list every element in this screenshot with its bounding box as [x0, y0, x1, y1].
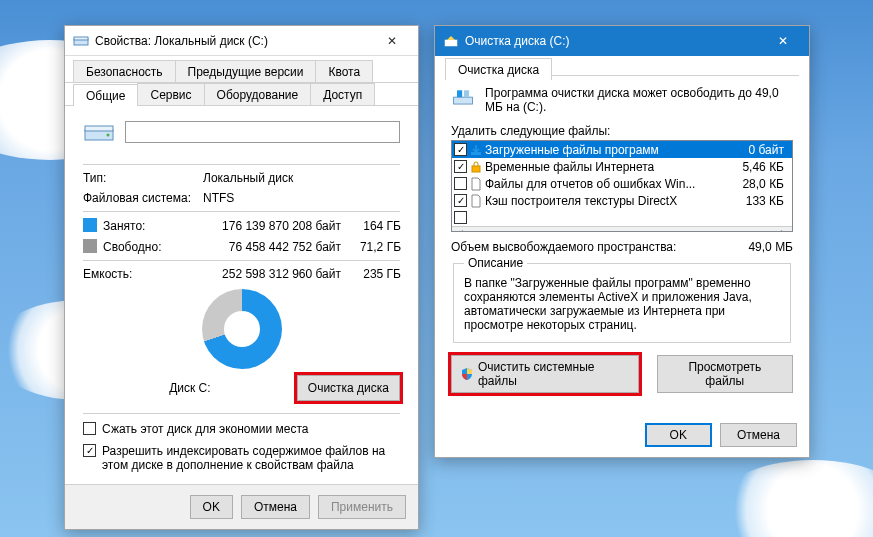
hscrollbar[interactable]: ◄ ► — [452, 226, 792, 232]
cleanup-tabs: Очистка диска — [435, 56, 809, 76]
list-item-name: Загруженные файлы программ — [485, 143, 728, 157]
file-list[interactable]: ✓Загруженные файлы программ0 байт✓Времен… — [451, 140, 793, 232]
description-legend: Описание — [464, 256, 527, 270]
value-cap-gb: 235 ГБ — [341, 267, 401, 281]
tab-service[interactable]: Сервис — [137, 83, 204, 105]
cleanup-button-row: OK Отмена — [435, 405, 809, 457]
tab-previous-versions[interactable]: Предыдущие версии — [175, 60, 317, 82]
download-icon — [469, 143, 483, 157]
index-label: Разрешить индексировать содержимое файло… — [102, 444, 400, 472]
label-free: Свободно: — [83, 239, 191, 254]
list-checkbox[interactable] — [454, 177, 467, 190]
list-item-name: Временные файлы Интернета — [485, 160, 728, 174]
tab-access[interactable]: Доступ — [310, 83, 375, 105]
cleanup-system-files-label: Очистить системные файлы — [478, 360, 630, 388]
svg-rect-5 — [445, 40, 457, 46]
ok-button[interactable]: OK — [190, 495, 233, 519]
list-item-size: 28,0 КБ — [730, 177, 790, 191]
tab-disk-cleanup[interactable]: Очистка диска — [445, 58, 552, 80]
list-item[interactable]: Файлы для отчетов об ошибках Win...28,0 … — [452, 175, 792, 192]
value-cap-bytes: 252 598 312 960 байт — [191, 267, 341, 281]
svg-rect-7 — [457, 90, 462, 97]
cleanup-body: Программа очистки диска может освободить… — [435, 76, 809, 405]
cancel-button[interactable]: Отмена — [241, 495, 310, 519]
svg-rect-3 — [85, 126, 113, 131]
file-icon — [469, 194, 483, 208]
close-icon[interactable]: ✕ — [765, 28, 801, 54]
cleanup-system-files-button[interactable]: Очистить системные файлы — [451, 355, 639, 393]
index-checkbox-row[interactable]: ✓ Разрешить индексировать содержимое фай… — [83, 444, 400, 472]
value-free-gb: 71,2 ГБ — [341, 240, 401, 254]
svg-rect-1 — [74, 37, 88, 40]
label-diskc: Диск C: — [83, 381, 297, 395]
value-used-gb: 164 ГБ — [341, 219, 401, 233]
volume-name-input[interactable] — [125, 121, 400, 143]
tab-general[interactable]: Общие — [73, 84, 138, 106]
properties-button-row: OK Отмена Применить — [65, 484, 418, 529]
cleanup-window-title: Очистка диска (C:) — [465, 34, 765, 48]
list-item-size: 5,46 КБ — [730, 160, 790, 174]
label-capacity: Емкость: — [83, 267, 191, 281]
compress-checkbox[interactable] — [83, 422, 96, 435]
compress-checkbox-row[interactable]: Сжать этот диск для экономии места — [83, 422, 400, 436]
value-fs: NTFS — [203, 191, 400, 205]
cleanup-intro-text: Программа очистки диска может освободить… — [485, 86, 793, 114]
tab-security[interactable]: Безопасность — [73, 60, 176, 82]
svg-point-4 — [107, 134, 110, 137]
file-icon — [469, 177, 483, 191]
properties-titlebar[interactable]: Свойства: Локальный диск (C:) ✕ — [65, 26, 418, 56]
properties-window: Свойства: Локальный диск (C:) ✕ Безопасн… — [64, 25, 419, 530]
drive-icon — [73, 33, 89, 49]
apply-button[interactable]: Применить — [318, 495, 406, 519]
value-type: Локальный диск — [203, 171, 400, 185]
cleanup-titlebar[interactable]: Очистка диска (C:) ✕ — [435, 26, 809, 56]
scroll-left-icon[interactable]: ◄ — [452, 227, 468, 232]
tab-row-top: Безопасность Предыдущие версии Квота — [65, 56, 418, 83]
list-checkbox[interactable]: ✓ — [454, 160, 467, 173]
disk-cleanup-window: Очистка диска (C:) ✕ Очистка диска Прогр… — [434, 25, 810, 458]
list-item-name: Файлы для отчетов об ошибках Win... — [485, 177, 728, 191]
delete-files-label: Удалить следующие файлы: — [451, 124, 793, 138]
drive-large-icon — [83, 118, 115, 146]
tab-hardware[interactable]: Оборудование — [204, 83, 312, 105]
tab-row-bottom: Общие Сервис Оборудование Доступ — [65, 83, 418, 106]
label-type: Тип: — [83, 171, 203, 185]
properties-body: Тип: Локальный диск Файловая система: NT… — [65, 106, 418, 484]
cancel-button[interactable]: Отмена — [720, 423, 797, 447]
label-fs: Файловая система: — [83, 191, 203, 205]
description-text: В папке "Загруженные файлы программ" вре… — [464, 276, 780, 332]
disk-cleanup-button[interactable]: Очистка диска — [297, 375, 400, 401]
freed-space-label: Объем высвобождаемого пространства: — [451, 240, 676, 254]
list-item-size: 0 байт — [730, 143, 790, 157]
compress-label: Сжать этот диск для экономии места — [102, 422, 308, 436]
lock-icon — [469, 160, 483, 174]
tab-quota[interactable]: Квота — [315, 60, 373, 82]
list-item[interactable]: ✓Кэш построителя текстуры DirectX133 КБ — [452, 192, 792, 209]
usage-pie-chart — [202, 289, 282, 369]
list-checkbox[interactable]: ✓ — [454, 143, 467, 156]
list-checkbox[interactable] — [454, 211, 467, 224]
cleanup-intro-icon — [451, 86, 475, 112]
value-used-bytes: 176 139 870 208 байт — [191, 219, 341, 233]
list-checkbox[interactable]: ✓ — [454, 194, 467, 207]
shield-icon — [460, 367, 474, 381]
ok-button[interactable]: OK — [645, 423, 712, 447]
cloud-bg — [713, 460, 873, 537]
list-item[interactable]: ✓Временные файлы Интернета5,46 КБ — [452, 158, 792, 175]
svg-rect-8 — [464, 90, 469, 97]
close-icon[interactable]: ✕ — [374, 28, 410, 54]
view-files-button[interactable]: Просмотреть файлы — [657, 355, 793, 393]
value-free-bytes: 76 458 442 752 байт — [191, 240, 341, 254]
list-item-size: 133 КБ — [730, 194, 790, 208]
scroll-right-icon[interactable]: ► — [776, 227, 792, 232]
description-group: Описание В папке "Загруженные файлы прог… — [453, 256, 791, 343]
freed-space-value: 49,0 МБ — [748, 240, 793, 254]
free-color-icon — [83, 239, 97, 253]
used-color-icon — [83, 218, 97, 232]
list-item[interactable]: ✓Загруженные файлы программ0 байт — [452, 141, 792, 158]
window-title: Свойства: Локальный диск (C:) — [95, 34, 374, 48]
label-used: Занято: — [83, 218, 191, 233]
cleanup-title-icon — [443, 33, 459, 49]
index-checkbox[interactable]: ✓ — [83, 444, 96, 457]
svg-rect-10 — [472, 166, 480, 172]
